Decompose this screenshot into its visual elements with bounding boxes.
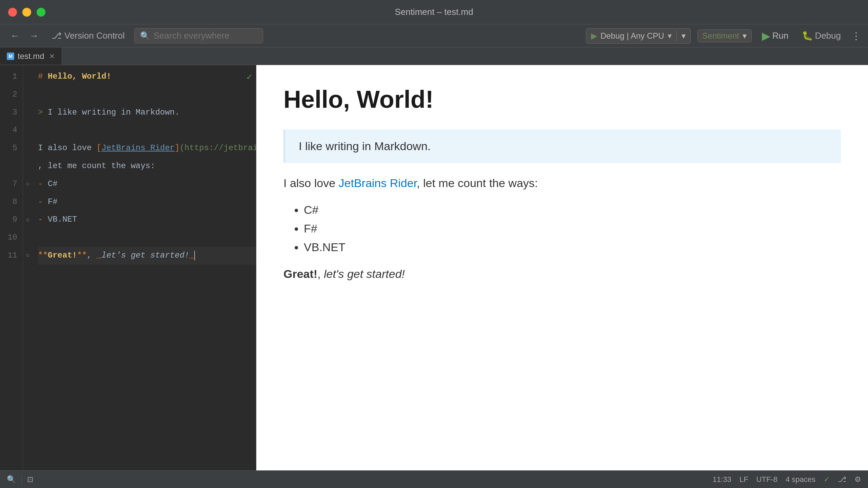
code-line-1: # Hello, World!	[38, 68, 256, 86]
tab-bar: M test.md ✕	[0, 47, 868, 65]
link-label: JetBrains Rider	[101, 139, 175, 157]
vcs-label: Version Control	[64, 30, 125, 41]
check-icon: ✓	[246, 68, 252, 87]
editor-pane[interactable]: 1 2 3 4 5 7 8 9 10 11 ○	[0, 65, 256, 470]
preview-link-text: JetBrains Rider	[339, 177, 417, 189]
code-line-10	[38, 229, 256, 247]
preview-comma: ,	[317, 267, 324, 280]
preview-heading: Hello, World!	[283, 85, 841, 113]
debug-config-selector[interactable]: ▶ Debug | Any CPU ▾ ▾	[586, 28, 691, 44]
text-cursor	[194, 251, 195, 260]
preview-bold: Great!	[283, 267, 317, 280]
line5-text: I also love	[38, 139, 97, 157]
profile-arrow: ▾	[743, 31, 747, 41]
italic-close: _	[190, 247, 194, 265]
code-line-2	[38, 86, 256, 104]
preview-blockquote: I like writing in Markdown.	[283, 129, 841, 163]
list-marker-9: -	[38, 211, 48, 229]
nav-buttons: ← →	[7, 29, 42, 43]
code-line-9: - VB.NET	[38, 211, 256, 229]
status-search-icon: 🔍	[7, 475, 16, 484]
fold-7[interactable]: ○	[23, 175, 33, 193]
status-panel-toggle[interactable]: ⊡	[27, 475, 33, 484]
code-content[interactable]: ✓ # Hello, World! > I like writing in Ma…	[33, 65, 256, 470]
fold-10	[23, 229, 33, 247]
status-line-ending[interactable]: LF	[739, 475, 748, 484]
preview-list-item-2: VB.NET	[304, 241, 841, 254]
encoding-text: UTF-8	[756, 475, 777, 484]
extra-icon: ⚙	[854, 475, 861, 484]
title-bar: Sentiment – test.md	[0, 0, 868, 24]
indent-text: 4 spaces	[786, 475, 815, 484]
status-position[interactable]: 11:33	[713, 475, 731, 484]
search-input[interactable]	[154, 30, 257, 41]
status-encoding[interactable]: UTF-8	[756, 475, 777, 484]
bold-close: **	[77, 247, 87, 265]
blockquote-content: I like writing in Markdown.	[48, 104, 180, 122]
close-button[interactable]	[8, 8, 17, 17]
status-ok-indicator[interactable]: ✓	[824, 475, 830, 484]
preview-last-paragraph: Great!, let's get started!	[283, 267, 841, 281]
blockquote-marker: >	[38, 104, 48, 122]
heading-hash: #	[38, 68, 48, 86]
fold-3	[23, 104, 33, 122]
tab-test-md[interactable]: M test.md ✕	[0, 47, 62, 65]
fold-6	[23, 157, 33, 175]
git-icon: ⎇	[838, 475, 846, 484]
preview-italic: let's get started!	[324, 267, 405, 280]
comma-space: ,	[87, 247, 97, 265]
fold-markers: ○ ○ ○	[23, 65, 33, 470]
window-controls	[8, 8, 45, 17]
link-close-bracket: ]	[175, 139, 179, 157]
fold-11[interactable]: ○	[23, 247, 33, 265]
status-extra-button[interactable]: ⚙	[854, 475, 861, 484]
fold-5	[23, 139, 33, 157]
run-button[interactable]: ▶ Run	[758, 28, 792, 44]
profile-icon: Sentiment	[703, 31, 739, 41]
code-line-6: , let me count the ways:	[38, 157, 256, 175]
more-actions-button[interactable]: ⋮	[851, 30, 861, 42]
preview-paragraph: I also love JetBrains Rider, let me coun…	[283, 177, 841, 190]
tab-label: test.md	[18, 52, 44, 61]
status-search-button[interactable]: 🔍	[7, 475, 16, 484]
tab-file-icon: M	[7, 53, 14, 60]
config-separator	[676, 30, 677, 42]
search-bar[interactable]: 🔍	[134, 28, 263, 43]
fold-9[interactable]: ○	[23, 211, 33, 229]
status-indent[interactable]: 4 spaces	[786, 475, 815, 484]
back-button[interactable]: ←	[7, 29, 23, 43]
debug-button[interactable]: 🐛 Debug	[798, 29, 844, 42]
italic-content: let's get started!	[101, 247, 189, 265]
line6-content: , let me count the ways:	[38, 157, 155, 175]
status-git-icon[interactable]: ⎇	[838, 475, 846, 484]
preview-pane: Hello, World! I like writing in Markdown…	[256, 65, 868, 470]
debug-config-label: Debug | Any CPU	[600, 31, 664, 41]
debug-btn-icon: 🐛	[802, 30, 813, 41]
preview-list-item-0: C#	[304, 203, 841, 217]
link-url: (https://jetbrains.com/rider)	[180, 139, 256, 157]
preview-link[interactable]: JetBrains Rider	[339, 177, 417, 189]
preview-para-start: I also love	[283, 177, 335, 189]
code-line-7: - C#	[38, 175, 256, 193]
toolbar-right: ▶ Debug | Any CPU ▾ ▾ Sentiment ▾ ▶ Run …	[586, 28, 861, 44]
window-title: Sentiment – test.md	[395, 7, 473, 17]
debug-config-arrow: ▾	[668, 31, 672, 41]
tab-close-button[interactable]: ✕	[49, 52, 55, 60]
panel-icon: ⊡	[27, 475, 33, 484]
maximize-button[interactable]	[37, 8, 45, 17]
list-marker-8: -	[38, 193, 48, 211]
code-line-4	[38, 121, 256, 139]
preview-para-rest: , let me count the ways:	[417, 177, 538, 189]
main-content: 1 2 3 4 5 7 8 9 10 11 ○	[0, 65, 868, 470]
run-label: Run	[772, 30, 789, 41]
forward-button[interactable]: →	[26, 29, 42, 43]
minimize-button[interactable]	[22, 8, 31, 17]
fold-2	[23, 86, 33, 104]
profile-selector[interactable]: Sentiment ▾	[697, 29, 752, 42]
fold-8	[23, 193, 33, 211]
version-control-button[interactable]: ⎇ Version Control	[47, 28, 129, 43]
debug-btn-label: Debug	[815, 30, 841, 41]
toolbar: ← → ⎇ Version Control 🔍 ▶ Debug | Any CP…	[0, 24, 868, 47]
debug-icon: ▶	[591, 31, 597, 41]
position-text: 11:33	[713, 475, 731, 484]
